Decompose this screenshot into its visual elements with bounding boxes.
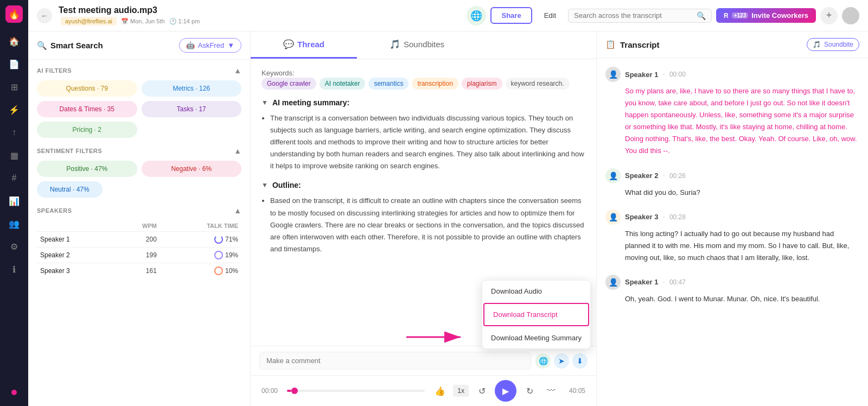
meta-time: 🕐 1:14 pm bbox=[169, 18, 200, 25]
forward-button[interactable]: ↻ bbox=[521, 382, 538, 399]
meta-date: 📅 Mon, Jun 5th bbox=[121, 18, 165, 25]
sentiment-grid: Positive · 47% Negative · 6% bbox=[37, 161, 241, 177]
play-button[interactable]: ▶ bbox=[495, 380, 516, 402]
sentiment-collapse[interactable]: ▲ bbox=[234, 147, 241, 155]
filter-positive[interactable]: Positive · 47% bbox=[37, 161, 137, 177]
filter-tasks[interactable]: Tasks · 17 bbox=[142, 101, 242, 117]
nav-settings[interactable]: ⚙ bbox=[4, 237, 24, 256]
waveform-button[interactable]: 〰 bbox=[542, 382, 560, 399]
comment-globe-button[interactable]: 🌐 bbox=[535, 353, 551, 369]
keywords-section: Keywords: Google crawler AI notetaker se… bbox=[261, 68, 585, 90]
back-button[interactable]: ← bbox=[37, 8, 52, 23]
nav-info[interactable]: ℹ bbox=[4, 259, 24, 279]
nav-grid[interactable]: ⊞ bbox=[4, 77, 24, 97]
comment-arrow-button[interactable]: ➤ bbox=[554, 353, 569, 369]
tab-soundbites[interactable]: 🎵 Soundbites bbox=[357, 31, 477, 59]
download-summary-item[interactable]: Download Meeting Summary bbox=[482, 327, 590, 348]
nav-upload[interactable]: ↑ bbox=[4, 123, 24, 142]
outline-header[interactable]: ▼ Outline: bbox=[261, 181, 585, 189]
transcript-label: Transcript bbox=[620, 40, 660, 49]
current-time: 00:00 bbox=[261, 387, 280, 395]
audio-progress-bar[interactable] bbox=[287, 390, 425, 392]
user-avatar[interactable] bbox=[842, 7, 859, 24]
speaker-row-2: Speaker 2 199 19% bbox=[37, 248, 241, 263]
content-area: 🔍 Smart Search 🤖 AskFred ▼ AI FILTERS ▲ … bbox=[28, 31, 868, 406]
nav-layout[interactable]: ▦ bbox=[4, 145, 24, 165]
share-button[interactable]: Share bbox=[490, 7, 532, 24]
transcript-entry-3: 👤 Speaker 3 · 00:28 This long acting? I … bbox=[605, 210, 859, 264]
summary-label: AI meeting summary: bbox=[272, 98, 349, 107]
speaker-3-talk-time: 10% bbox=[160, 263, 241, 279]
sentiment-label: SENTIMENT FILTERS bbox=[37, 148, 102, 154]
speaker-1-name: Speaker 1 bbox=[37, 232, 114, 248]
keyword-ai-notetaker[interactable]: AI notetaker bbox=[320, 78, 366, 90]
askfred-chevron: ▼ bbox=[227, 41, 234, 49]
keyword-semantics[interactable]: semantics bbox=[368, 78, 409, 90]
nav-home[interactable]: 🏠 bbox=[4, 31, 24, 51]
progress-ring-3 bbox=[214, 267, 223, 275]
nav-hash[interactable]: # bbox=[4, 168, 24, 188]
filter-questions[interactable]: Questions · 79 bbox=[37, 80, 137, 97]
tabs-row: 💬 Thread 🎵 Soundbites bbox=[251, 31, 596, 59]
comment-actions: 🌐 ➤ ⬇ bbox=[535, 353, 588, 369]
keyword-google-crawler[interactable]: Google crawler bbox=[261, 78, 316, 90]
keyword-transcription[interactable]: transcription bbox=[412, 78, 458, 90]
transcript-header: 📋 Transcript 🎵 Soundbite bbox=[597, 31, 868, 58]
speaker-dot-4: · bbox=[662, 277, 665, 287]
filter-dates-times[interactable]: Dates & Times · 35 bbox=[37, 101, 137, 117]
download-transcript-item[interactable]: Download Transcript bbox=[483, 303, 589, 326]
invite-button[interactable]: R +123 Invite Coworkers bbox=[716, 8, 816, 23]
col-speaker bbox=[37, 220, 114, 232]
speaker-3-name: Speaker 3 bbox=[37, 263, 114, 279]
filter-negative[interactable]: Negative · 6% bbox=[142, 161, 242, 177]
search-bar: 🔍 bbox=[568, 9, 712, 23]
audio-progress-dot bbox=[291, 388, 298, 394]
speed-button[interactable]: 1x bbox=[453, 385, 469, 397]
outline-text: Based on the transcript, it is difficult… bbox=[261, 195, 585, 255]
summary-header[interactable]: ▼ AI meeting summary: bbox=[261, 98, 585, 107]
nav-people[interactable]: 👥 bbox=[4, 214, 24, 233]
speaker-time-3: 00:28 bbox=[669, 213, 686, 221]
nav-document[interactable]: 📄 bbox=[4, 54, 24, 74]
plus-button[interactable]: + bbox=[820, 7, 838, 24]
globe-button[interactable]: 🌐 bbox=[467, 6, 486, 26]
askfred-button[interactable]: 🤖 AskFred ▼ bbox=[179, 38, 241, 53]
speaker-name-2: Speaker 2 bbox=[625, 172, 658, 180]
tab-thread[interactable]: 💬 Thread bbox=[251, 31, 357, 59]
speakers-section: SPEAKERS ▲ WPM TALK TIME bbox=[37, 206, 241, 278]
sentiment-header: SENTIMENT FILTERS ▲ bbox=[37, 147, 241, 155]
logo-icon: 🔥 bbox=[8, 8, 20, 20]
speaker-time-1: 00:00 bbox=[669, 71, 686, 78]
nav-lightning[interactable]: ⚡ bbox=[4, 100, 24, 119]
transcript-text-1: So my plans are, like, I have to so ther… bbox=[605, 85, 859, 157]
transcript-entry-2: 👤 Speaker 2 · 00:26 What did you do, Sur… bbox=[605, 168, 859, 199]
rewind-button[interactable]: ↺ bbox=[473, 382, 490, 399]
speaker-1-wpm: 200 bbox=[114, 232, 160, 248]
edit-button[interactable]: Edit bbox=[537, 8, 564, 23]
progress-ring-1 bbox=[214, 235, 223, 244]
speaker-2-name: Speaker 2 bbox=[37, 248, 114, 263]
keyword-plagiarism[interactable]: plagiarism bbox=[462, 78, 502, 90]
download-audio-item[interactable]: Download Audio bbox=[482, 281, 590, 302]
speakers-header: SPEAKERS ▲ bbox=[37, 206, 241, 215]
speaker-3-wpm: 161 bbox=[114, 263, 160, 279]
speaker-name-1: Speaker 1 bbox=[625, 71, 658, 79]
nav-chart[interactable]: 📊 bbox=[4, 191, 24, 211]
ai-filters-collapse[interactable]: ▲ bbox=[234, 66, 241, 75]
comment-input[interactable] bbox=[259, 352, 531, 370]
speaker-row-transcript-2: 👤 Speaker 2 · 00:26 bbox=[605, 168, 859, 183]
app-logo[interactable]: 🔥 bbox=[5, 5, 23, 23]
thumbs-up-button[interactable]: 👍 bbox=[431, 382, 449, 399]
speaker-row-3: Speaker 3 161 10% bbox=[37, 263, 241, 279]
search-input[interactable] bbox=[574, 11, 693, 20]
soundbite-button[interactable]: 🎵 Soundbite bbox=[807, 38, 859, 51]
soundbites-tab-icon: 🎵 bbox=[390, 39, 400, 49]
filter-pricing[interactable]: Pricing · 2 bbox=[37, 122, 137, 138]
speakers-collapse[interactable]: ▲ bbox=[234, 206, 241, 215]
comment-download-button[interactable]: ⬇ bbox=[572, 353, 588, 369]
filter-neutral[interactable]: Neutral · 47% bbox=[37, 181, 103, 198]
audio-controls: 👍 1x ↺ ▶ ↻ 〰 bbox=[431, 380, 560, 402]
filter-metrics[interactable]: Metrics · 126 bbox=[142, 80, 242, 97]
keyword-research[interactable]: keyword research. bbox=[506, 78, 570, 90]
summary-item: The transcript is a conversation between… bbox=[270, 112, 585, 172]
